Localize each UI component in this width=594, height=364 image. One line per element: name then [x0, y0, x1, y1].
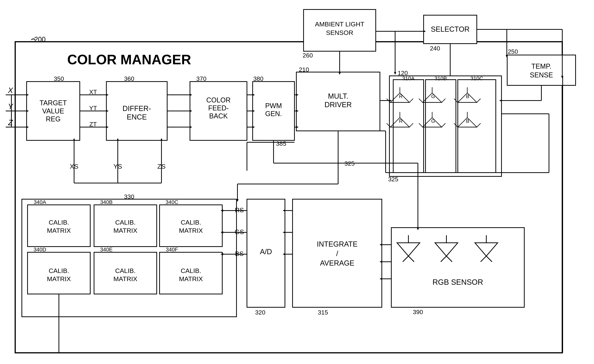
ref-380: 380 [253, 75, 263, 82]
ref-310c: 310C [471, 76, 483, 81]
color-manager-title: COLOR MANAGER [67, 52, 191, 67]
ref-310a: 310A [402, 76, 415, 81]
ad-label: A/D [260, 248, 272, 256]
led-g2: G [431, 118, 435, 124]
color-feedback-label: COLOR [206, 96, 231, 104]
ref-210: 210 [299, 66, 309, 73]
calib-matrix-d-label: CALIB. [49, 267, 69, 274]
ref-390: 390 [413, 309, 423, 315]
ref-330: 330 [124, 193, 134, 200]
calib-matrix-a-label: CALIB. [49, 219, 69, 226]
ref-260: 260 [303, 52, 313, 59]
ref-385: 385 [276, 140, 286, 147]
color-feedback-label2: FEED- [208, 104, 229, 112]
ref-240: 240 [430, 45, 440, 52]
integrate-label2: / [336, 250, 338, 258]
svg-rect-3 [507, 55, 576, 85]
calib-matrix-a-label2: MATRIX [47, 227, 71, 234]
input-z: Z [8, 118, 13, 127]
ref-340a: 340A [34, 199, 46, 205]
ambient-light-sensor-label: AMBIENT LIGHT [315, 20, 364, 28]
calib-matrix-c-label: CALIB. [181, 219, 201, 226]
ref-325-2: 325 [388, 176, 398, 183]
svg-rect-52 [391, 228, 524, 307]
selector-label: SELECTOR [431, 25, 470, 33]
integrate-label3: AVERAGE [320, 259, 354, 267]
led-b1: B [466, 93, 469, 99]
calib-matrix-e-label2: MATRIX [113, 275, 137, 282]
rgb-sensor-label: RGB SENSOR [432, 278, 483, 286]
rs-label: RS [235, 206, 244, 214]
led-b2: B [466, 118, 469, 124]
yt-label: YT [89, 105, 97, 111]
input-x: X [8, 86, 13, 94]
ref-340f: 340F [166, 247, 178, 253]
svg-rect-32 [458, 80, 496, 173]
calib-matrix-b-label2: MATRIX [113, 227, 137, 234]
target-value-reg-label2: VALUE [42, 107, 64, 115]
ref-360: 360 [124, 75, 134, 82]
xt-label: XT [89, 89, 97, 95]
ref-340c: 340C [166, 199, 178, 205]
calib-matrix-e-label: CALIB. [115, 267, 136, 274]
ref-370: 370 [196, 75, 206, 82]
ref-325: 325 [344, 160, 354, 167]
calib-matrix-f-label2: MATRIX [179, 275, 203, 282]
bs-label: BS [235, 250, 243, 257]
ambient-light-sensor-label2: SENSOR [326, 29, 353, 36]
target-value-reg-label: TARGET [40, 99, 67, 107]
ref-340b: 340B [100, 199, 112, 205]
target-value-reg-label3: REG [46, 115, 61, 123]
pwm-gen-label: PWM [265, 102, 282, 110]
ref-200: 200 [34, 35, 46, 43]
diagram-container: 200 COLOR MANAGER AMBIENT LIGHT SENSOR 2… [0, 0, 594, 364]
led-r2: R [399, 118, 403, 124]
led-g1: G [431, 93, 435, 99]
input-y: Y [8, 102, 14, 110]
color-feedback-label3: BACK [209, 112, 228, 120]
calib-matrix-c-label2: MATRIX [179, 227, 203, 234]
difference-label: DIFFER- [122, 104, 151, 112]
zt-label: ZT [89, 121, 97, 128]
ref-350: 350 [54, 75, 64, 82]
ref-340e: 340E [100, 247, 112, 253]
ref-310b: 310B [434, 76, 447, 81]
calib-matrix-d-label2: MATRIX [47, 275, 71, 282]
ref-340d: 340D [34, 247, 46, 253]
ref-320: 320 [255, 309, 265, 316]
pwm-gen-label2: GEN. [265, 110, 282, 118]
mult-driver-label2: DRIVER [324, 101, 352, 109]
integrate-label: INTEGRATE [317, 240, 358, 248]
calib-matrix-b-label: CALIB. [115, 219, 136, 226]
gs-label: GS [235, 228, 244, 235]
difference-label2: ENCE [127, 113, 147, 121]
calib-matrix-f-label: CALIB. [181, 267, 201, 274]
temp-sense-label: TEMP. [531, 62, 551, 70]
ref-250: 250 [508, 48, 518, 55]
mult-driver-label: MULT. [328, 92, 348, 100]
led-r1: R [399, 93, 403, 99]
temp-sense-label2: SENSE [530, 71, 553, 79]
ref-315: 315 [318, 309, 328, 316]
